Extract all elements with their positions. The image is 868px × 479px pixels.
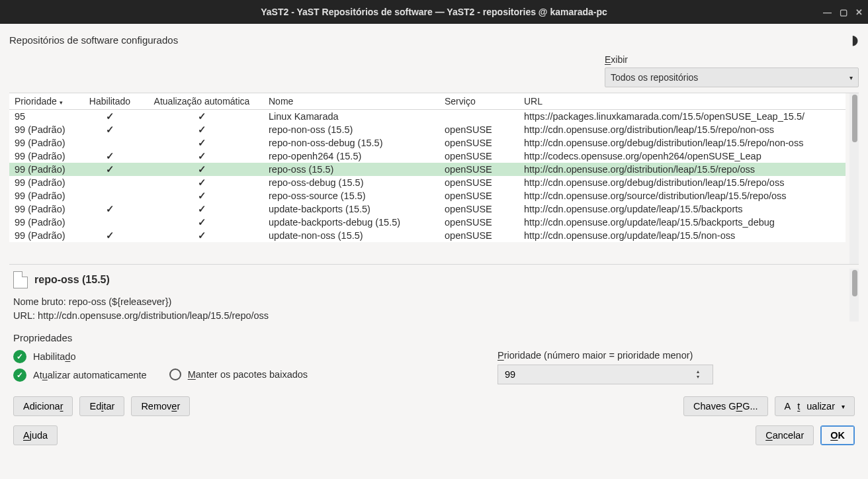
- cancel-button[interactable]: Cancelar: [756, 425, 814, 445]
- edit-button[interactable]: Editar: [79, 396, 124, 416]
- cell-url: http://cdn.opensuse.org/distribution/lea…: [519, 123, 846, 136]
- cell-name: repo-oss-source (15.5): [263, 189, 439, 202]
- chevron-down-icon: ▾: [849, 74, 853, 81]
- check-off-icon: [169, 369, 181, 380]
- table-row[interactable]: 99 (Padrão)✓update-backports-debug (15.5…: [9, 216, 846, 229]
- table-row[interactable]: 99 (Padrão)✓✓repo-oss (15.5)openSUSEhttp…: [9, 163, 846, 176]
- cell-enabled: ✓: [79, 229, 140, 242]
- cell-priority: 99 (Padrão): [9, 123, 79, 136]
- col-name[interactable]: Nome: [263, 93, 439, 110]
- cell-enabled: [79, 136, 140, 150]
- cell-enabled: [79, 189, 140, 202]
- table-row[interactable]: 99 (Padrão)✓✓repo-openh264 (15.5)openSUS…: [9, 150, 846, 163]
- file-icon: [13, 271, 28, 288]
- cell-enabled: [79, 176, 140, 189]
- cell-autorefresh: ✓: [140, 136, 263, 150]
- cell-name: repo-non-oss-debug (15.5): [263, 136, 439, 150]
- priority-spinbox[interactable]: ▴▾: [498, 365, 713, 384]
- repo-table[interactable]: Prioridade▾ Habilitado Atualização autom…: [9, 93, 859, 265]
- help-button[interactable]: Ajuda: [13, 425, 58, 445]
- add-button[interactable]: Adicionar: [13, 396, 73, 416]
- col-url[interactable]: URL: [519, 93, 846, 110]
- cell-name: update-backports-debug (15.5): [263, 216, 439, 229]
- cell-url: http://cdn.opensuse.org/update/leap/15.5…: [519, 229, 846, 242]
- cell-autorefresh: ✓: [140, 150, 263, 163]
- cell-url: http://cdn.opensuse.org/update/leap/15.5…: [519, 202, 846, 216]
- priority-label: Prioridade (número maior = prioridade me…: [498, 350, 855, 361]
- priority-input[interactable]: [498, 369, 697, 380]
- checkbox-keep-packages[interactable]: Manter os pacotes baixados: [169, 369, 308, 380]
- cell-url: http://cdn.opensuse.org/debug/distributi…: [519, 136, 846, 150]
- gpg-keys-button[interactable]: Chaves GPG...: [683, 396, 768, 416]
- cell-service: openSUSE: [439, 229, 519, 242]
- cell-enabled: ✓: [79, 110, 140, 124]
- table-scrollbar[interactable]: [849, 93, 859, 264]
- cell-autorefresh: ✓: [140, 123, 263, 136]
- ok-button[interactable]: OK: [820, 425, 855, 445]
- checkbox-autorefresh[interactable]: ✓ Atualizar automaticamente: [13, 369, 147, 382]
- chevron-down-icon: ▾: [842, 403, 845, 410]
- page-title: Repositórios de software configurados: [9, 34, 178, 46]
- cell-priority: 99 (Padrão): [9, 216, 79, 229]
- filter-combo[interactable]: Todos os repositórios ▾: [605, 67, 859, 87]
- check-on-icon: ✓: [13, 369, 26, 382]
- cell-enabled: ✓: [79, 163, 140, 176]
- cell-name: update-backports (15.5): [263, 202, 439, 216]
- cell-enabled: ✓: [79, 202, 140, 216]
- properties-heading: Propriedades: [13, 332, 855, 343]
- table-row[interactable]: 99 (Padrão)✓repo-oss-debug (15.5)openSUS…: [9, 176, 846, 189]
- detail-raw-name: Nome bruto: repo-oss (${releasever}): [13, 295, 855, 309]
- cell-enabled: ✓: [79, 123, 140, 136]
- dark-mode-icon[interactable]: ◗: [851, 32, 859, 48]
- minimize-icon[interactable]: —: [823, 7, 832, 17]
- cell-autorefresh: ✓: [140, 216, 263, 229]
- checkbox-enabled[interactable]: ✓ Habilitado: [13, 350, 147, 363]
- cell-autorefresh: ✓: [140, 202, 263, 216]
- cell-service: [439, 110, 519, 124]
- cell-name: update-non-oss (15.5): [263, 229, 439, 242]
- filter-label: Exibir: [605, 54, 859, 65]
- cell-priority: 99 (Padrão): [9, 136, 79, 150]
- col-service[interactable]: Serviço: [439, 93, 519, 110]
- table-row[interactable]: 99 (Padrão)✓✓repo-non-oss (15.5)openSUSE…: [9, 123, 846, 136]
- cell-name: repo-openh264 (15.5): [263, 150, 439, 163]
- cell-url: http://cdn.opensuse.org/source/distribut…: [519, 189, 846, 202]
- cell-service: openSUSE: [439, 189, 519, 202]
- close-icon[interactable]: ✕: [855, 7, 863, 17]
- cell-name: repo-oss-debug (15.5): [263, 176, 439, 189]
- table-row[interactable]: 99 (Padrão)✓repo-oss-source (15.5)openSU…: [9, 189, 846, 202]
- cell-service: openSUSE: [439, 216, 519, 229]
- detail-scrollbar[interactable]: [849, 269, 859, 322]
- cell-service: openSUSE: [439, 163, 519, 176]
- cell-service: openSUSE: [439, 202, 519, 216]
- cell-name: Linux Kamarada: [263, 110, 439, 124]
- cell-priority: 99 (Padrão): [9, 202, 79, 216]
- detail-url: URL: http://cdn.opensuse.org/distributio…: [13, 309, 855, 323]
- detail-title: repo-oss (15.5): [34, 274, 110, 286]
- window-title: YaST2 - YaST Repositórios de software — …: [261, 7, 607, 17]
- table-row[interactable]: 99 (Padrão)✓✓update-backports (15.5)open…: [9, 202, 846, 216]
- cell-autorefresh: ✓: [140, 176, 263, 189]
- cell-service: openSUSE: [439, 150, 519, 163]
- table-row[interactable]: 99 (Padrão)✓✓update-non-oss (15.5)openSU…: [9, 229, 846, 242]
- refresh-button[interactable]: Atualizar ▾: [775, 396, 855, 416]
- col-enabled[interactable]: Habilitado: [79, 93, 140, 110]
- remove-button[interactable]: Remover: [131, 396, 190, 416]
- titlebar: YaST2 - YaST Repositórios de software — …: [0, 0, 868, 24]
- col-priority[interactable]: Prioridade▾: [9, 93, 79, 110]
- cell-autorefresh: ✓: [140, 189, 263, 202]
- table-row[interactable]: 95✓✓Linux Kamaradahttps://packages.linux…: [9, 110, 846, 124]
- col-autorefresh[interactable]: Atualização automática: [140, 93, 263, 110]
- filter-value: Todos os repositórios: [611, 72, 698, 83]
- maximize-icon[interactable]: ▢: [840, 7, 847, 17]
- cell-priority: 95: [9, 110, 79, 124]
- spin-down-icon[interactable]: ▾: [697, 374, 699, 380]
- cell-priority: 99 (Padrão): [9, 229, 79, 242]
- cell-url: http://cdn.opensuse.org/update/leap/15.5…: [519, 216, 846, 229]
- table-row[interactable]: 99 (Padrão)✓repo-non-oss-debug (15.5)ope…: [9, 136, 846, 150]
- cell-autorefresh: ✓: [140, 110, 263, 124]
- cell-url: http://cdn.opensuse.org/debug/distributi…: [519, 176, 846, 189]
- cell-name: repo-non-oss (15.5): [263, 123, 439, 136]
- cell-priority: 99 (Padrão): [9, 189, 79, 202]
- cell-enabled: [79, 216, 140, 229]
